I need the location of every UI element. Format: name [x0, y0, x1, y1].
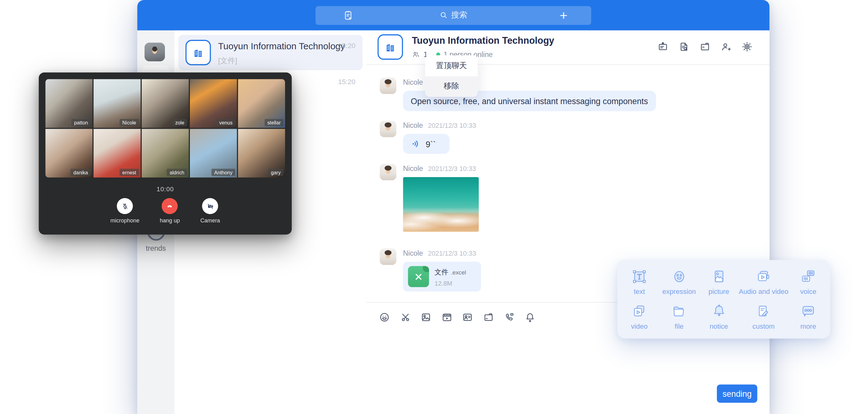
doc-search-icon[interactable] — [678, 41, 690, 53]
participant-tile[interactable]: danika — [45, 129, 92, 178]
hang-up-label: hang up — [160, 218, 180, 224]
participant-name: Anthony — [212, 169, 235, 176]
voice-icon — [800, 268, 816, 285]
search-placeholder: 搜索 — [451, 10, 467, 20]
participant-tile[interactable]: ernest — [94, 129, 141, 178]
user-avatar[interactable] — [145, 42, 165, 61]
file-folder-icon — [671, 303, 687, 320]
panel-label: text — [634, 288, 645, 295]
voice-duration: 9`` — [426, 139, 436, 149]
sender-avatar[interactable] — [380, 121, 396, 137]
sender-avatar[interactable] — [380, 77, 396, 94]
message-file: Nicole 2021/12/3 10:33 ✕ 文件 .excel — [380, 248, 481, 291]
add-member-icon[interactable] — [720, 41, 732, 53]
participant-tile[interactable]: zole — [142, 79, 189, 128]
panel-item-text[interactable]: text — [620, 264, 659, 299]
search-icon — [439, 11, 448, 20]
participant-tile[interactable]: stellar — [238, 79, 285, 128]
folder-icon[interactable] — [699, 41, 711, 53]
message-time: 2021/12/3 10:33 — [428, 250, 476, 257]
panel-label: notice — [710, 322, 728, 330]
panel-label: video — [631, 322, 648, 330]
contact-card-icon[interactable] — [462, 311, 473, 323]
microphone-label: microphone — [110, 218, 139, 224]
sender-avatar[interactable] — [380, 164, 396, 181]
file-message-card[interactable]: ✕ 文件 .excel 12.8M — [403, 261, 481, 291]
panel-item-notice[interactable]: notice — [699, 299, 739, 334]
mic-muted-icon — [121, 202, 129, 211]
video-clip-icon[interactable] — [441, 311, 453, 323]
settings-icon[interactable] — [741, 41, 753, 53]
menu-item-remove[interactable]: 移除 — [425, 76, 478, 97]
trends-label: trends — [137, 244, 174, 252]
announcement-icon[interactable] — [657, 41, 669, 53]
microphone-button[interactable] — [117, 198, 133, 214]
voice-wave-icon — [411, 139, 421, 149]
camera-button[interactable] — [202, 198, 218, 214]
participant-name: Nicole — [120, 119, 139, 126]
panel-item-voice[interactable]: voice — [788, 264, 828, 299]
screenshot-icon[interactable] — [400, 311, 411, 323]
participant-name: aldrich — [167, 169, 187, 176]
panel-item-video[interactable]: video — [620, 299, 659, 334]
participant-tile[interactable]: venus — [190, 79, 237, 128]
participant-tile[interactable]: Anthony — [190, 129, 237, 178]
panel-label: custom — [752, 322, 775, 330]
panel-label: more — [801, 322, 816, 330]
plus-icon[interactable]: + — [556, 7, 571, 23]
panel-item-expression[interactable]: expression — [659, 264, 699, 299]
message-time: 2021/12/3 10:33 — [428, 122, 476, 129]
participant-tile[interactable]: patton — [45, 79, 92, 128]
panel-item-custom[interactable]: custom — [739, 299, 788, 334]
participant-name: zole — [172, 119, 187, 126]
custom-edit-icon — [755, 303, 772, 320]
text-icon — [631, 268, 648, 285]
hangup-icon — [165, 201, 175, 211]
more-icon — [800, 303, 816, 320]
notification-icon[interactable] — [524, 311, 536, 323]
panel-label: Audio and video — [739, 288, 788, 295]
call-icon[interactable] — [503, 311, 515, 323]
message-time: 2021/12/3 10:33 — [428, 165, 476, 172]
panel-item-file[interactable]: file — [659, 299, 699, 334]
sender-avatar[interactable] — [380, 248, 396, 265]
conversation-last-message: [文件] — [218, 56, 237, 66]
message-text: Nicole 2021/12/3 10:33 Open source, free… — [380, 77, 656, 111]
image-icon[interactable] — [420, 311, 432, 323]
participant-grid: patton Nicole zole venus stellar danika … — [45, 79, 285, 178]
sender-name: Nicole — [403, 78, 423, 86]
participant-name: gary — [268, 169, 283, 176]
participant-name: danika — [70, 169, 91, 176]
image-message-beach[interactable] — [403, 177, 479, 232]
folder-icon[interactable] — [483, 311, 494, 323]
picture-icon — [711, 268, 727, 285]
menu-item-pin-chat[interactable]: 置顶聊天 — [425, 56, 478, 76]
stage: 搜索 + trends — [0, 0, 868, 414]
hang-up-button[interactable] — [162, 198, 178, 214]
participant-name: ernest — [120, 169, 139, 176]
file-ext: .excel — [451, 269, 466, 276]
send-button[interactable]: sending — [717, 384, 757, 402]
file-size: 12.8M — [435, 280, 466, 287]
group-avatar — [186, 40, 211, 65]
audio-video-icon — [755, 268, 772, 285]
panel-label: expression — [662, 288, 696, 295]
participant-tile[interactable]: aldrich — [142, 129, 189, 178]
panel-label: voice — [800, 288, 816, 295]
search-field[interactable]: 搜索 — [316, 6, 591, 25]
notice-bell-icon — [711, 303, 727, 320]
participant-tile[interactable]: Nicole — [94, 79, 141, 128]
panel-item-audio-video[interactable]: Audio and video — [739, 264, 788, 299]
participant-tile[interactable]: gary — [238, 129, 285, 178]
chat-title: Tuoyun Information Technology — [412, 35, 554, 46]
panel-item-more[interactable]: more — [788, 299, 828, 334]
group-avatar[interactable] — [378, 34, 403, 60]
emoji-icon[interactable] — [378, 311, 390, 323]
sender-name: Nicole — [403, 121, 423, 129]
file-name: 文件 — [435, 268, 448, 276]
panel-item-picture[interactable]: picture — [699, 264, 739, 299]
conversation-item[interactable]: Tuoyun Information Technology [文件] 15:20 — [178, 35, 363, 70]
expression-icon — [671, 268, 687, 285]
voice-message-bubble[interactable]: 9`` — [403, 134, 450, 154]
search-bar[interactable]: 搜索 + — [316, 6, 591, 25]
